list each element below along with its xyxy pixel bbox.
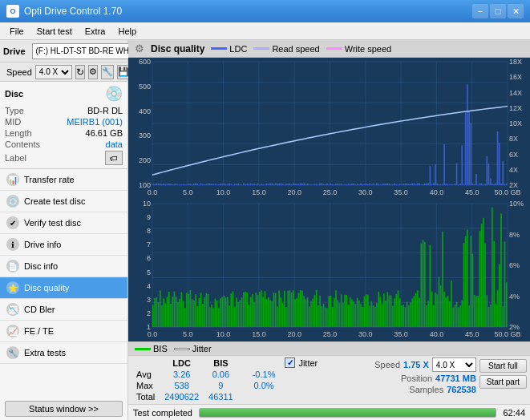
jitter-chart-label: Jitter [192, 344, 212, 353]
start-full-button[interactable]: Start full [479, 359, 527, 373]
menubar: File Start test Extra Help [0, 22, 530, 40]
chart-title: Disc quality [151, 43, 204, 55]
avg-jitter: -0.1% [248, 369, 281, 380]
max-spacer [238, 380, 248, 391]
main-container: Drive (F:) HL-DT-ST BD-RE WH16NS58 TST4 … [0, 40, 530, 420]
menu-extra[interactable]: Extra [79, 25, 112, 38]
stats-total-row: Total 2490622 46311 [131, 391, 280, 402]
sidebar-item-disc-info[interactable]: 📄 Disc info [0, 256, 127, 277]
write-speed-color [326, 47, 342, 50]
disc-quality-icon: ⭐ [6, 281, 19, 294]
chart2-legend-bar: BIS Jitter [128, 341, 530, 355]
sidebar-item-cd-bler[interactable]: 📉 CD Bler [0, 299, 127, 321]
extra-tests-icon: 🔧 [6, 346, 19, 359]
window-controls: − □ ✕ [472, 4, 524, 18]
sidebar-item-transfer-rate[interactable]: 📊 Transfer rate [0, 169, 127, 191]
transfer-rate-icon: 📊 [6, 173, 19, 186]
speed-value: 1.75 X [403, 360, 429, 370]
total-jitter [248, 391, 281, 402]
label-label: Label [5, 153, 26, 163]
verify-test-disc-label: Verify test disc [24, 218, 81, 228]
max-label: Max [131, 380, 160, 391]
stats-avg-row: Avg 3.26 0.06 -0.1% [131, 369, 280, 380]
chart-header: ⚙ Disc quality LDC Read speed Write spee… [128, 40, 530, 58]
sidebar-item-fe-te[interactable]: 📈 FE / TE [0, 321, 127, 342]
sidebar-item-drive-info[interactable]: ℹ Drive info [0, 234, 127, 256]
avg-spacer [238, 369, 248, 380]
cd-bler-label: CD Bler [24, 305, 55, 314]
speed-select[interactable]: 4.0 X [35, 65, 72, 79]
drive-label: Drive [3, 46, 26, 56]
samples-key: Samples [409, 385, 443, 394]
checkmark-icon: ✓ [287, 358, 293, 367]
progress-bar-fill [200, 409, 496, 417]
max-bis: 9 [204, 380, 238, 391]
speed-dropdown[interactable]: 4.0 X [432, 357, 476, 372]
transfer-rate-label: Transfer rate [24, 175, 75, 184]
col-empty [131, 357, 160, 369]
settings-button1[interactable]: ⚙ [88, 65, 98, 79]
speed-label: Speed [6, 67, 32, 77]
extra-tests-label: Extra tests [24, 348, 66, 357]
minimize-button[interactable]: − [472, 4, 488, 18]
write-speed-label: Write speed [345, 44, 392, 54]
legend-read-speed: Read speed [253, 44, 319, 54]
create-test-disc-label: Create test disc [24, 196, 85, 206]
mid-value: MEIRB1 (001) [67, 117, 123, 127]
mid-label: MID [5, 117, 21, 127]
samples-row: Samples 762538 [409, 385, 476, 394]
settings-button2[interactable]: 🔧 [101, 65, 114, 79]
col-jitter-val [248, 357, 281, 369]
maximize-button[interactable]: □ [490, 4, 506, 18]
bottom-chart [128, 200, 530, 341]
status-window-button[interactable]: Status window >> [5, 401, 123, 417]
ldc-color [211, 47, 227, 50]
jitter-color [174, 348, 190, 350]
total-spacer [238, 391, 248, 402]
avg-bis: 0.06 [204, 369, 238, 380]
type-label: Type [5, 106, 24, 115]
jitter-checkbox[interactable]: ✓ [285, 357, 295, 368]
position-row: Position 47731 MB [401, 374, 476, 383]
sidebar-item-create-test-disc[interactable]: 💿 Create test disc [0, 191, 127, 212]
contents-value: data [106, 139, 123, 149]
read-speed-color [253, 47, 269, 50]
menu-help[interactable]: Help [111, 25, 143, 38]
refresh-button[interactable]: ↻ [75, 65, 85, 79]
speed-row: Speed 1.75 X 4.0 X [374, 357, 476, 372]
sidebar-item-extra-tests[interactable]: 🔧 Extra tests [0, 342, 127, 364]
total-ldc: 2490622 [160, 391, 204, 402]
total-label: Total [131, 391, 160, 402]
disc-info-icon: 📄 [6, 260, 19, 273]
menu-file[interactable]: File [3, 25, 30, 38]
legend-jitter: Jitter [174, 344, 212, 353]
sidebar-item-verify-test-disc[interactable]: ✔ Verify test disc [0, 212, 127, 234]
cd-bler-icon: 📉 [6, 303, 19, 316]
drive-bar: Drive (F:) HL-DT-ST BD-RE WH16NS58 TST4 … [0, 40, 127, 63]
stats-table: LDC BIS Avg 3.26 0.06 -0.1% Max 538 9 [131, 357, 280, 402]
disc-title: Disc [5, 89, 23, 99]
position-value: 47731 MB [435, 374, 476, 383]
drive-info-label: Drive info [24, 240, 61, 249]
legend-ldc: LDC [211, 44, 247, 54]
sidebar-item-disc-quality[interactable]: ⭐ Disc quality [0, 277, 127, 299]
legend-bis: BIS [135, 344, 168, 353]
col-ldc: LDC [160, 357, 204, 369]
speed-key: Speed [374, 360, 400, 370]
drive-info-icon: ℹ [6, 238, 19, 251]
start-part-button[interactable]: Start part [479, 375, 527, 389]
titlebar-left: O Opti Drive Control 1.70 [6, 5, 122, 18]
contents-label: Contents [5, 139, 40, 149]
content-area: ⚙ Disc quality LDC Read speed Write spee… [128, 40, 530, 420]
close-button[interactable]: ✕ [508, 4, 524, 18]
max-jitter: 0.0% [248, 380, 281, 391]
samples-value: 762538 [447, 385, 476, 394]
length-label: Length [5, 128, 32, 138]
chart-settings-icon: ⚙ [135, 42, 144, 55]
avg-label: Avg [131, 369, 160, 380]
menu-start-test[interactable]: Start test [30, 25, 79, 38]
bis-color [135, 348, 151, 350]
label-button[interactable]: 🏷 [105, 151, 123, 165]
disc-icon: 💿 [105, 85, 123, 103]
max-ldc: 538 [160, 380, 204, 391]
